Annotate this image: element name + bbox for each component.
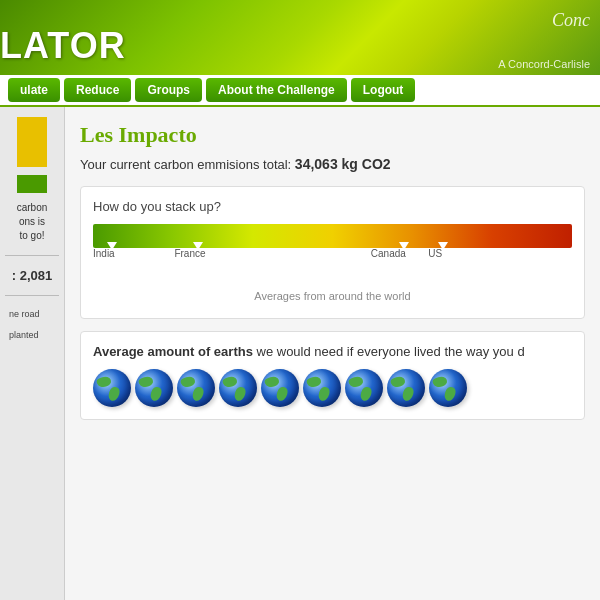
earth-globe-7 — [345, 369, 383, 407]
navbar: ulate Reduce Groups About the Challenge … — [0, 75, 600, 107]
sidebar-planted-text: planted — [5, 329, 59, 342]
label-india: India — [93, 248, 115, 259]
earth-globe-9 — [429, 369, 467, 407]
label-us: US — [428, 248, 442, 259]
gradient-bar-container: India France Canada US Averages from aro… — [93, 224, 572, 302]
earth-globe-4 — [219, 369, 257, 407]
earths-title-rest: we would need if everyone lived the way … — [253, 344, 525, 359]
sidebar-text-carbon: carbonons isto go! — [5, 201, 59, 243]
sidebar-bar-yellow — [17, 117, 47, 167]
sidebar-road-text: ne road — [5, 308, 59, 321]
sidebar-divider — [5, 255, 59, 256]
sidebar-number: : 2,081 — [5, 268, 59, 283]
emissions-text: Your current carbon emmisions total: 34,… — [80, 156, 585, 172]
header-brand: Conc — [552, 10, 590, 31]
earth-globe-6 — [303, 369, 341, 407]
bar-labels-row: India France Canada US — [93, 248, 572, 268]
earths-card: Average amount of earths we would need i… — [80, 331, 585, 420]
emissions-value: 34,063 kg CO2 — [295, 156, 391, 172]
earth-globe-3 — [177, 369, 215, 407]
label-france: France — [174, 248, 205, 259]
earths-row — [93, 369, 572, 407]
gradient-bar — [93, 224, 572, 248]
nav-calculate[interactable]: ulate — [8, 78, 60, 102]
earth-globe-5 — [261, 369, 299, 407]
earths-title-bold: Average amount of earths — [93, 344, 253, 359]
earth-globe-2 — [135, 369, 173, 407]
nav-about-challenge[interactable]: About the Challenge — [206, 78, 347, 102]
content-wrapper: carbonons isto go! : 2,081 ne road plant… — [0, 107, 600, 600]
nav-logout[interactable]: Logout — [351, 78, 416, 102]
app-title: LATOR — [0, 25, 126, 67]
sidebar: carbonons isto go! : 2,081 ne road plant… — [0, 107, 65, 600]
sidebar-bar-green — [17, 175, 47, 193]
page-title: Les Impacto — [80, 122, 585, 148]
nav-groups[interactable]: Groups — [135, 78, 202, 102]
main-content: Les Impacto Your current carbon emmision… — [65, 107, 600, 600]
earth-globe-1 — [93, 369, 131, 407]
earth-globe-8 — [387, 369, 425, 407]
emissions-label: Your current carbon emmisions total: — [80, 157, 291, 172]
label-canada: Canada — [371, 248, 406, 259]
sidebar-divider-2 — [5, 295, 59, 296]
stack-up-title: How do you stack up? — [93, 199, 572, 214]
earths-title: Average amount of earths we would need i… — [93, 344, 572, 359]
header: Conc LATOR A Concord-Carlisle — [0, 0, 600, 75]
bar-subtitle: Averages from around the world — [93, 290, 572, 302]
stack-up-card: How do you stack up? India France Canada… — [80, 186, 585, 319]
nav-reduce[interactable]: Reduce — [64, 78, 131, 102]
header-subtitle: A Concord-Carlisle — [498, 58, 590, 70]
